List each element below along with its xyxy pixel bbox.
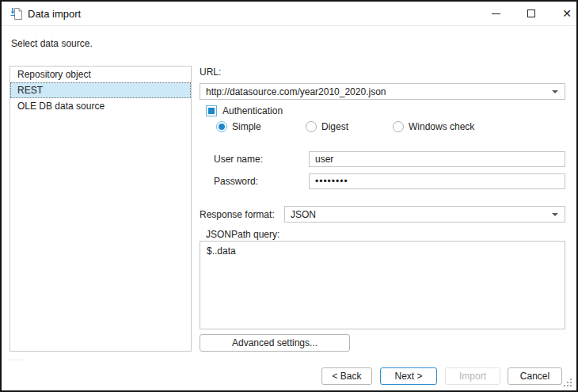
user-name-field[interactable] <box>309 151 565 167</box>
advanced-settings-button[interactable]: Advanced settings... <box>200 334 350 352</box>
close-button[interactable]: ✕ <box>553 2 578 25</box>
authentication-label: Authentication <box>222 105 283 116</box>
list-item-repository-object[interactable]: Repository object <box>10 67 191 82</box>
window-title: Data import <box>28 8 81 20</box>
radio-windows-check-label: Windows check <box>409 121 474 132</box>
response-format-combobox[interactable]: JSON <box>284 206 565 223</box>
data-import-dialog: Data import ✕ Select data source. Reposi… <box>0 0 578 392</box>
radio-windows-check[interactable]: Windows check <box>393 121 474 132</box>
user-name-label: User name: <box>214 154 263 165</box>
back-button[interactable]: < Back <box>321 367 372 385</box>
radio-unselected-icon <box>393 121 404 132</box>
response-format-value: JSON <box>291 209 316 220</box>
data-import-icon <box>10 7 24 21</box>
titlebar-separator <box>2 25 576 26</box>
url-combobox[interactable]: http://datasource.com/year2010_2020.json <box>200 83 565 100</box>
titlebar: Data import ✕ <box>2 2 576 25</box>
divider <box>8 360 24 360</box>
next-button[interactable]: Next > <box>380 367 437 385</box>
checkbox-fill <box>208 108 215 114</box>
radio-simple-label: Simple <box>232 121 261 132</box>
radio-simple[interactable]: Simple <box>216 121 261 132</box>
chevron-down-icon <box>552 90 558 93</box>
password-label: Password: <box>214 176 258 187</box>
resize-grip[interactable] <box>564 379 572 387</box>
import-button: Import <box>445 367 500 385</box>
maximize-icon <box>527 10 535 17</box>
chevron-down-icon <box>552 213 558 216</box>
authentication-checkbox[interactable]: Authentication <box>206 105 283 116</box>
checkbox-checked-icon <box>206 105 217 116</box>
radio-selected-icon <box>216 121 227 132</box>
radio-digest[interactable]: Digest <box>306 121 348 132</box>
jsonpath-label: JSONPath query: <box>206 229 279 240</box>
list-item-rest[interactable]: REST <box>10 82 191 98</box>
minimize-icon <box>492 13 500 14</box>
jsonpath-query-textarea[interactable]: $..data <box>200 241 565 329</box>
dialog-subtitle: Select data source. <box>11 38 93 49</box>
minimize-button[interactable] <box>482 2 509 25</box>
grip-dots-icon <box>564 385 565 386</box>
close-icon: ✕ <box>562 8 572 19</box>
response-format-label: Response format: <box>200 209 275 220</box>
password-field[interactable] <box>309 173 565 189</box>
maximize-button[interactable] <box>518 2 545 25</box>
radio-digest-label: Digest <box>321 121 348 132</box>
radio-unselected-icon <box>306 121 317 132</box>
list-item-ole-db[interactable]: OLE DB data source <box>10 98 191 114</box>
url-label: URL: <box>200 67 221 78</box>
url-value: http://datasource.com/year2010_2020.json <box>206 86 386 97</box>
data-source-list: Repository object REST OLE DB data sourc… <box>10 66 192 352</box>
cancel-button[interactable]: Cancel <box>508 367 562 385</box>
